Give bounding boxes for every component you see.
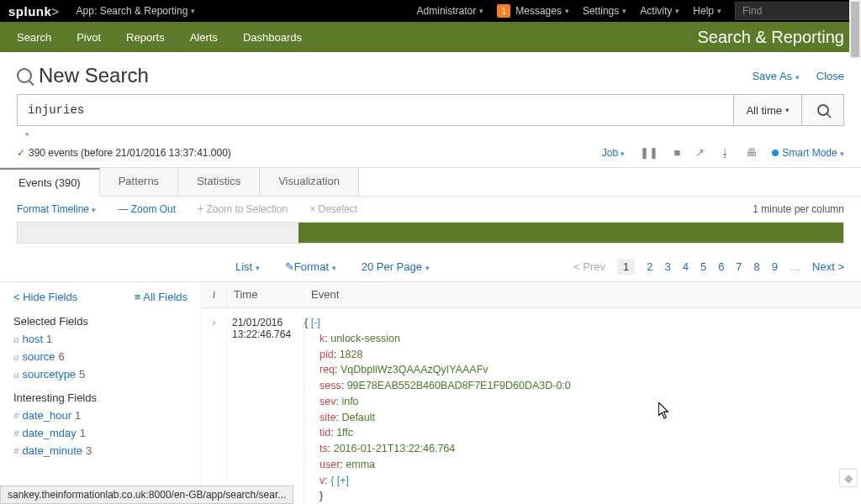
messages-badge: 1: [497, 4, 510, 18]
timeline-controls: Format Timeline ▾ — Zoom Out + Zoom to S…: [0, 197, 861, 222]
search-icon: [817, 104, 829, 116]
search-assistant-toggle[interactable]: ▾: [25, 128, 844, 139]
settings-menu[interactable]: Settings▾: [583, 5, 626, 17]
interesting-fields-header: Interesting Fields: [13, 391, 188, 404]
pager-prev: < Prev: [573, 260, 605, 273]
page-title: New Search: [17, 64, 149, 87]
events-pane: i Time Event › 21/01/2016 13:22:46.764 {…: [202, 282, 861, 504]
administrator-menu[interactable]: Administrator▾: [417, 5, 484, 17]
download-icon[interactable]: ⭳: [720, 146, 731, 159]
nav-dashboards[interactable]: Dashboards: [243, 31, 302, 44]
col-time[interactable]: Time: [227, 282, 304, 307]
hide-fields-button[interactable]: < Hide Fields: [13, 291, 77, 303]
pager-page[interactable]: 8: [754, 260, 760, 273]
title-row: New Search Save As ▾ Close: [0, 52, 861, 94]
back-to-top-button[interactable]: ◆: [839, 469, 858, 487]
browser-status-bar: sankey.theinformationlab.co.uk:8000/en-G…: [0, 486, 293, 504]
field-item[interactable]: #date_minute3: [13, 444, 188, 458]
app-nav-bar: Search Pivot Reports Alerts Dashboards S…: [0, 22, 861, 52]
top-bar: splunk> App: Search & Reporting▾ Adminis…: [0, 0, 861, 22]
format-menu[interactable]: ✎Format ▾: [285, 260, 336, 273]
expand-nested-button[interactable]: { [+]: [330, 475, 349, 486]
app-title: Search & Reporting: [697, 28, 844, 47]
pager-page[interactable]: 7: [736, 260, 742, 273]
nav-alerts[interactable]: Alerts: [190, 31, 218, 44]
search-input[interactable]: [17, 94, 734, 126]
timeline-histogram[interactable]: [17, 222, 844, 244]
pager-page[interactable]: 2: [647, 260, 652, 273]
per-page-menu[interactable]: 20 Per Page ▾: [362, 260, 430, 273]
logo[interactable]: splunk>: [8, 4, 60, 18]
expand-event-button[interactable]: ›: [202, 315, 227, 504]
activity-menu[interactable]: Activity▾: [640, 5, 679, 17]
field-item[interactable]: ahost1: [13, 333, 188, 346]
scrollbar-vertical[interactable]: [849, 0, 861, 59]
event-count-text: 390 events (before 21/01/2016 13:37:41.0…: [29, 147, 231, 159]
search-icon: [17, 68, 32, 83]
zoom-to-selection-button: + Zoom to Selection: [198, 203, 288, 215]
share-icon[interactable]: ↗: [695, 146, 705, 159]
smart-mode-menu[interactable]: Smart Mode ▾: [772, 147, 844, 159]
time-range-picker[interactable]: All time▾: [734, 94, 802, 126]
timeline-scale-label: 1 minute per column: [753, 203, 844, 215]
deselect-button: × Deselect: [309, 203, 357, 215]
pager-page[interactable]: 9: [772, 260, 778, 273]
pager-page[interactable]: 3: [664, 260, 670, 273]
all-fields-button[interactable]: ≡ All Fields: [135, 291, 188, 303]
pager: < Prev 1 2 3 4 5 6 7 8 9 … Next >: [573, 259, 844, 275]
tab-events[interactable]: Events (390): [0, 168, 100, 197]
nav-reports[interactable]: Reports: [126, 31, 165, 44]
results-toolbar: List ▾ ✎Format ▾ 20 Per Page ▾ < Prev 1 …: [0, 252, 861, 281]
col-event: Event: [304, 282, 861, 307]
pager-page[interactable]: 4: [683, 260, 689, 273]
chevron-down-icon: ▾: [191, 7, 195, 15]
tab-patterns[interactable]: Patterns: [100, 168, 178, 196]
selected-fields-header: Selected Fields: [13, 315, 188, 328]
job-menu[interactable]: Job ▾: [602, 147, 626, 159]
print-icon[interactable]: 🖶: [746, 146, 757, 159]
search-button[interactable]: [802, 94, 844, 126]
check-icon: ✓: [17, 147, 25, 159]
search-bar: All time▾: [17, 94, 844, 126]
pager-page[interactable]: 1: [617, 259, 635, 275]
bulb-icon: [772, 150, 779, 156]
status-row: ✓ 390 events (before 21/01/2016 13:37:41…: [0, 139, 861, 164]
tab-statistics[interactable]: Statistics: [178, 168, 260, 196]
events-header: i Time Event: [202, 282, 861, 308]
list-view-menu[interactable]: List ▾: [235, 260, 260, 273]
field-item[interactable]: #date_hour1: [13, 409, 188, 423]
close-button[interactable]: Close: [816, 70, 844, 82]
pause-icon[interactable]: ❚❚: [640, 146, 658, 159]
stop-icon[interactable]: ■: [673, 146, 680, 159]
event-json[interactable]: { [-] k: unlock-sessionpid: 1828req: VqD…: [304, 315, 861, 504]
format-timeline-menu[interactable]: Format Timeline ▾: [17, 203, 96, 215]
help-menu[interactable]: Help▾: [693, 5, 721, 17]
messages-menu[interactable]: 1Messages▾: [497, 4, 569, 18]
collapse-toggle[interactable]: [-]: [311, 317, 320, 328]
save-as-menu[interactable]: Save As ▾: [752, 70, 799, 82]
field-item[interactable]: #date_mday1: [13, 427, 188, 440]
find-input[interactable]: Find: [735, 2, 853, 20]
col-info: i: [202, 282, 227, 307]
pager-next[interactable]: Next >: [812, 260, 844, 273]
result-tabs: Events (390) Patterns Statistics Visuali…: [0, 167, 861, 197]
main-split: < Hide Fields ≡ All Fields Selected Fiel…: [0, 281, 861, 504]
nav-pivot[interactable]: Pivot: [77, 31, 101, 44]
field-item[interactable]: asourcetype5: [13, 368, 188, 381]
pager-ellipsis: …: [790, 260, 800, 273]
zoom-out-button[interactable]: — Zoom Out: [118, 203, 176, 215]
nav-search[interactable]: Search: [17, 31, 51, 44]
app-menu[interactable]: App: Search & Reporting▾: [77, 5, 196, 17]
field-item[interactable]: asource6: [13, 350, 188, 364]
pager-page[interactable]: 5: [700, 260, 706, 273]
event-row: › 21/01/2016 13:22:46.764 { [-] k: unloc…: [202, 308, 861, 504]
tab-visualization[interactable]: Visualization: [260, 168, 359, 196]
fields-sidebar: < Hide Fields ≡ All Fields Selected Fiel…: [0, 282, 202, 504]
event-time: 21/01/2016 13:22:46.764: [227, 315, 304, 504]
pager-page[interactable]: 6: [718, 260, 724, 273]
